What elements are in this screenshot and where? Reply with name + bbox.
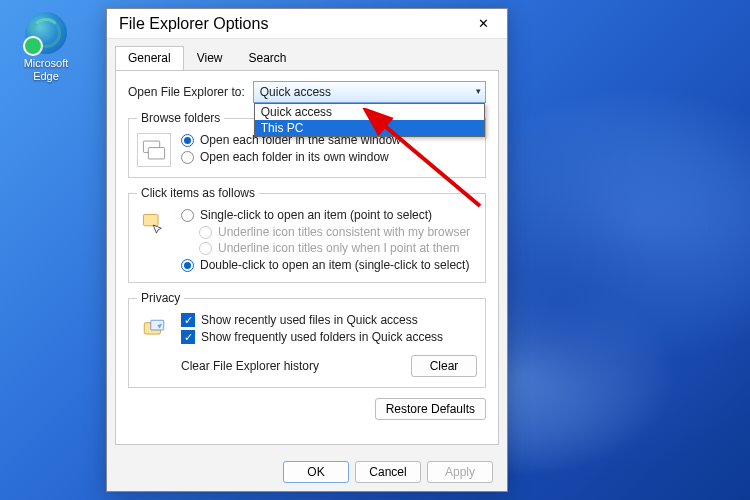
desktop-icon-edge[interactable]: MicrosoftEdge <box>14 12 78 83</box>
file-explorer-options-dialog: File Explorer Options ✕ General View Sea… <box>106 8 508 492</box>
dropdown-option-quick-access[interactable]: Quick access <box>255 104 484 120</box>
combo-selected-text: Quick access <box>260 85 331 99</box>
radio-underline-point: Underline icon titles only when I point … <box>199 241 470 255</box>
tab-strip: General View Search <box>107 39 507 70</box>
checkbox-icon <box>181 330 195 344</box>
privacy-icon <box>137 313 171 347</box>
radio-icon <box>199 226 212 239</box>
radio-single-click[interactable]: Single-click to open an item (point to s… <box>181 208 470 222</box>
close-button[interactable]: ✕ <box>467 12 499 36</box>
edge-label: MicrosoftEdge <box>14 57 78 83</box>
privacy-legend: Privacy <box>137 291 184 305</box>
tab-search[interactable]: Search <box>236 46 300 71</box>
ok-button[interactable]: OK <box>283 461 349 483</box>
checkbox-icon <box>181 313 195 327</box>
dialog-footer: OK Cancel Apply <box>107 453 507 491</box>
check-frequent-folders[interactable]: Show frequently used folders in Quick ac… <box>181 330 477 344</box>
browse-folders-icon <box>137 133 171 167</box>
radio-double-click[interactable]: Double-click to open an item (single-cli… <box>181 258 470 272</box>
browse-folders-legend: Browse folders <box>137 111 224 125</box>
cancel-button[interactable]: Cancel <box>355 461 421 483</box>
svg-rect-2 <box>143 214 158 225</box>
titlebar: File Explorer Options ✕ <box>107 9 507 39</box>
edge-browser-icon <box>25 12 67 54</box>
dialog-title: File Explorer Options <box>119 15 268 33</box>
radio-icon <box>181 209 194 222</box>
click-items-icon <box>137 208 171 242</box>
clear-history-label: Clear File Explorer history <box>181 359 319 373</box>
tab-content-general: Open File Explorer to: Quick access ▾ Qu… <box>115 70 499 445</box>
check-recent-files[interactable]: Show recently used files in Quick access <box>181 313 477 327</box>
group-click-items: Click items as follows Single-click to o… <box>128 186 486 283</box>
radio-own-window[interactable]: Open each folder in its own window <box>181 150 401 164</box>
restore-defaults-button[interactable]: Restore Defaults <box>375 398 486 420</box>
group-privacy: Privacy Show recently used files in Quic… <box>128 291 486 388</box>
apply-button[interactable]: Apply <box>427 461 493 483</box>
click-items-legend: Click items as follows <box>137 186 259 200</box>
radio-icon <box>199 242 212 255</box>
tab-general[interactable]: General <box>115 46 184 71</box>
dropdown-option-this-pc[interactable]: This PC <box>255 120 484 136</box>
tab-view[interactable]: View <box>184 46 236 71</box>
chevron-down-icon: ▾ <box>476 86 481 96</box>
close-icon: ✕ <box>478 16 489 31</box>
clear-button[interactable]: Clear <box>411 355 477 377</box>
radio-icon <box>181 134 194 147</box>
svg-rect-1 <box>148 148 164 159</box>
open-file-explorer-to-combobox[interactable]: Quick access ▾ Quick access This PC <box>253 81 486 103</box>
open-target-dropdown: Quick access This PC <box>254 103 485 137</box>
radio-icon <box>181 259 194 272</box>
radio-icon <box>181 151 194 164</box>
open-file-explorer-to-label: Open File Explorer to: <box>128 85 245 99</box>
radio-underline-browser: Underline icon titles consistent with my… <box>199 225 470 239</box>
